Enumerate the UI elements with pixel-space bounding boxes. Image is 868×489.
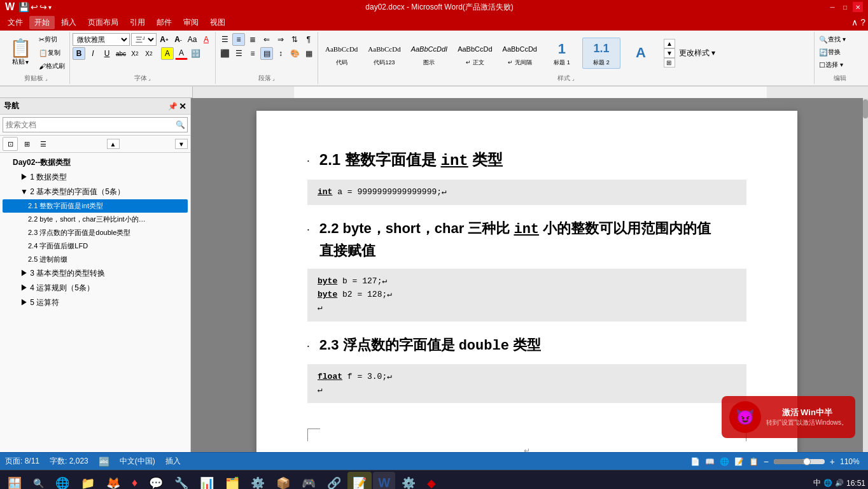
terminal-icon[interactable]: 📝: [347, 472, 372, 490]
nav-item-2-5[interactable]: 2.5 进制前缀: [3, 253, 188, 266]
select-button[interactable]: ☐ 选择 ▾: [817, 59, 848, 71]
package-icon[interactable]: 📦: [271, 472, 295, 490]
zoom-handle[interactable]: [803, 458, 811, 465]
menu-review[interactable]: 审阅: [178, 16, 204, 29]
nav-close-button[interactable]: ✕: [179, 101, 186, 111]
menu-file[interactable]: 文件: [3, 16, 28, 29]
scrollbar-thumb[interactable]: [863, 99, 868, 118]
align-right-button[interactable]: ≡: [246, 47, 259, 60]
font-color-button[interactable]: A: [175, 47, 188, 60]
line-spacing-button[interactable]: ↕: [274, 47, 287, 60]
align-center-button[interactable]: ☰: [232, 47, 245, 60]
heading-2-1[interactable]: 2.1 整数字面值是 int 类型: [319, 149, 503, 172]
calc-icon[interactable]: 📊: [195, 472, 219, 490]
zoom-in-button[interactable]: +: [830, 457, 835, 467]
replace-button[interactable]: 🔄 替换: [817, 46, 848, 59]
menu-insert[interactable]: 插入: [56, 16, 81, 29]
undo-icon[interactable]: ↩: [31, 2, 38, 12]
link-icon[interactable]: 🔗: [322, 472, 346, 490]
view-print-icon[interactable]: 📄: [690, 457, 700, 466]
view-web-icon[interactable]: 🌐: [720, 457, 729, 466]
increase-indent-button[interactable]: ⇒: [274, 33, 287, 46]
menu-references[interactable]: 引用: [125, 16, 150, 29]
search-button[interactable]: 🔍: [28, 472, 49, 490]
sort-button[interactable]: ⇅: [288, 33, 301, 46]
style-code123[interactable]: AaBbCcDd 代码123: [363, 38, 405, 69]
minimize-button[interactable]: ─: [827, 2, 837, 12]
maximize-button[interactable]: □: [840, 2, 850, 12]
help-icon[interactable]: ?: [860, 17, 865, 27]
game-icon[interactable]: 🎮: [297, 472, 321, 490]
nav-item-2-3[interactable]: 2.3 浮点数的字面值是double类型: [3, 226, 188, 239]
files-icon[interactable]: 🗂️: [220, 472, 244, 490]
shading-bg-button[interactable]: 🎨: [288, 47, 301, 60]
nav-view-pages[interactable]: ⊞: [19, 137, 34, 151]
strikethrough-button[interactable]: abc: [115, 47, 127, 60]
styles-down-button[interactable]: ▼: [664, 48, 675, 58]
nav-item-root[interactable]: Day02--数据类型: [3, 155, 188, 170]
ribbon-collapse-btn[interactable]: ∧: [851, 17, 858, 27]
menu-mailings[interactable]: 邮件: [151, 16, 177, 29]
decrease-indent-button[interactable]: ⇐: [260, 33, 273, 46]
dev-icon[interactable]: ⚙️: [396, 472, 421, 490]
menu-view[interactable]: 视图: [205, 16, 230, 29]
vertical-scrollbar[interactable]: [863, 98, 868, 452]
style-no-spacing[interactable]: AaBbCcDd ↵ 无间隔: [498, 38, 542, 69]
nav-search-input[interactable]: [3, 117, 188, 132]
change-case-button[interactable]: Aa: [186, 33, 199, 46]
nav-item-2[interactable]: ▼ 2 基本类型的字面值（5条）: [3, 185, 188, 199]
font-family-select[interactable]: 微软雅黑: [73, 33, 130, 46]
browser-icon[interactable]: 🌐: [50, 472, 74, 490]
mail-icon[interactable]: 🦊: [101, 472, 125, 490]
numbering-button[interactable]: ≡: [232, 33, 245, 46]
font-size-select[interactable]: 三号: [131, 33, 157, 46]
italic-button[interactable]: I: [87, 47, 99, 60]
view-draft-icon[interactable]: 📋: [749, 457, 759, 466]
subscript-button[interactable]: X2: [129, 47, 141, 60]
code-block-2-2[interactable]: byte b = 127;↵ byte b2 = 128;↵ ↵: [307, 269, 746, 321]
app-icon[interactable]: ◆: [422, 472, 441, 490]
code-block-2-1[interactable]: int a = 9999999999999999;↵: [307, 180, 746, 206]
style-next[interactable]: A: [622, 41, 660, 64]
style-code[interactable]: AaBbCcDd 代码: [321, 38, 362, 69]
save-icon[interactable]: 💾: [18, 2, 29, 12]
code-block-2-3[interactable]: float f = 3.0;↵ ↵: [307, 364, 746, 404]
nav-view-results[interactable]: ☰: [36, 137, 51, 151]
language-status[interactable]: 中文(中国): [120, 456, 155, 467]
nav-item-3[interactable]: ▶ 3 基本类型的类型转换: [3, 266, 188, 281]
redo-icon[interactable]: ↪: [39, 2, 47, 12]
nav-scroll-up[interactable]: ▲: [107, 139, 120, 149]
close-button[interactable]: ✕: [853, 2, 863, 12]
find-button[interactable]: 🔍 查找 ▾: [817, 33, 848, 46]
nav-view-headings[interactable]: ⊡: [3, 137, 18, 151]
heading-2-2[interactable]: 2.2 byte，short，char 三种比 int 小的整数可以用范围内的值…: [319, 218, 714, 261]
insert-mode[interactable]: 插入: [165, 456, 181, 467]
menu-layout[interactable]: 页面布局: [83, 16, 123, 29]
styles-up-button[interactable]: ▲: [664, 39, 675, 48]
view-outline-icon[interactable]: 📝: [734, 457, 744, 466]
media-icon[interactable]: ♦: [127, 472, 143, 490]
style-heading1[interactable]: 1 标题 1: [543, 38, 581, 69]
nav-item-2-2[interactable]: 2.2 byte，short，char三种比int小的整...: [3, 213, 155, 226]
bullets-button[interactable]: ☰: [218, 33, 231, 46]
chat-icon[interactable]: 💬: [144, 472, 168, 490]
bold-button[interactable]: B: [73, 47, 85, 60]
file-explorer-icon[interactable]: 📁: [76, 472, 100, 490]
style-normal[interactable]: AaBbCcDd ↵ 正文: [453, 38, 496, 69]
watermark-overlay[interactable]: 😈 激活 Win中半 转到"设置"以激活Windows。: [722, 396, 855, 438]
zoom-out-button[interactable]: −: [764, 457, 769, 467]
text-highlight-button[interactable]: A: [161, 47, 174, 60]
multilevel-list-button[interactable]: ≣: [246, 33, 259, 46]
nav-item-4[interactable]: ▶ 4 运算规则（5条）: [3, 281, 188, 295]
align-left-button[interactable]: ⬛: [218, 47, 231, 60]
word-taskbar-icon[interactable]: W: [373, 472, 395, 490]
justify-button[interactable]: ▤: [260, 47, 273, 60]
style-caption[interactable]: AaBbCcDdI 图示: [407, 38, 452, 69]
nav-scroll-down[interactable]: ▼: [175, 139, 188, 149]
copy-button[interactable]: 📋 复制: [37, 46, 67, 59]
zoom-slider[interactable]: [774, 459, 825, 464]
styles-more-button[interactable]: ⊞: [664, 58, 675, 67]
paste-dropdown[interactable]: ▾: [25, 59, 29, 66]
format-painter-button[interactable]: 🖌 格式刷: [37, 60, 67, 73]
view-fullread-icon[interactable]: 📖: [705, 457, 715, 466]
